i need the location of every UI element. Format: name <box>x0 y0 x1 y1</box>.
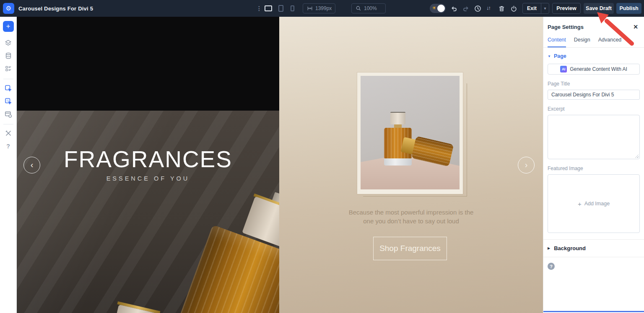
caret-down-icon: ▼ <box>548 54 551 58</box>
zoom-level-value: 100% <box>364 5 377 11</box>
light-dark-toggle[interactable]: ☀ <box>430 4 446 13</box>
page-title-label: Page Title <box>548 81 640 87</box>
sidebar-divider <box>3 79 13 79</box>
preview-button[interactable]: Preview <box>552 3 581 14</box>
product-photo-card <box>357 72 463 194</box>
click-mode-button[interactable] <box>3 95 14 107</box>
tabs-divider <box>543 47 644 48</box>
toggle-knob <box>437 5 445 12</box>
perfume-photo-dark <box>17 111 279 313</box>
perfume-bottle-image <box>158 186 279 313</box>
publish-button[interactable]: Publish <box>616 3 641 14</box>
carousel-slide-dark: FRAGRANCES ESSENCE OF YOU ‹ <box>17 17 279 313</box>
page-title-input[interactable] <box>548 90 640 100</box>
sort-layers-icon[interactable]: ↓↑ <box>486 5 490 11</box>
click-select-icon <box>4 84 12 92</box>
canvas-width-value: 1399px <box>315 5 332 11</box>
excerpt-textarea[interactable] <box>548 115 640 159</box>
layers-panel-button[interactable] <box>3 37 14 49</box>
desktop-view-button[interactable] <box>265 5 272 11</box>
page-title-toolbar: Carousel Designs For Divi 5 <box>18 5 93 12</box>
database-panel-button[interactable] <box>3 50 14 62</box>
featured-image-label: Featured Image <box>548 166 640 171</box>
page-section-label: Page <box>554 53 566 59</box>
list-rows-icon <box>5 65 12 72</box>
background-section-toggle[interactable]: ▶ Background <box>548 240 640 257</box>
slide-subheading: ESSENCE OF YOU <box>17 175 279 182</box>
carousel-slide-light: Because the most powerful impression is … <box>279 17 543 313</box>
tab-design[interactable]: Design <box>574 37 590 47</box>
tools-icon <box>5 129 12 137</box>
click-select-filled-icon <box>4 97 12 105</box>
exit-button-group: Exit ▾ <box>522 3 549 14</box>
layers-icon <box>4 39 12 47</box>
perfume-product-photo <box>361 76 460 189</box>
zoom-level-input[interactable]: 100% <box>351 3 386 13</box>
carousel-prev-button[interactable]: ‹ <box>23 157 40 173</box>
gear-icon: ⚙ <box>6 5 11 12</box>
canvas-width-input[interactable]: 1399px <box>303 3 335 13</box>
layout-gear-icon <box>4 110 12 118</box>
shop-fragrances-button[interactable]: Shop Fragrances <box>373 237 447 260</box>
tab-content[interactable]: Content <box>548 37 566 47</box>
more-options-icon[interactable]: ⋮ <box>256 5 262 12</box>
page-settings-panel: Page Settings ✕ Content Design Advanced … <box>543 17 644 313</box>
plus-icon: + <box>6 22 10 31</box>
perfume-bottle-image <box>65 300 182 313</box>
chevron-left-icon: ‹ <box>31 160 34 169</box>
caret-right-icon: ▶ <box>548 246 550 250</box>
hover-mode-button[interactable] <box>3 82 14 94</box>
layout-settings-button[interactable] <box>3 108 14 120</box>
ai-badge-icon: AI <box>560 66 567 72</box>
add-image-label: Add Image <box>584 201 610 207</box>
history-icon[interactable] <box>474 5 481 12</box>
tagline-line-2: one you don’t have to say out loud <box>279 217 543 225</box>
sun-icon: ☀ <box>432 5 436 11</box>
excerpt-label: Excerpt <box>548 106 640 112</box>
settings-tabs: Content Design Advanced <box>548 37 640 47</box>
exit-button[interactable]: Exit <box>523 5 541 11</box>
carousel-next-button[interactable]: › <box>518 157 535 173</box>
tab-advanced[interactable]: Advanced <box>598 37 622 47</box>
panel-help-button[interactable]: ? <box>548 263 555 270</box>
tagline-line-1: Because the most powerful impression is … <box>279 208 543 217</box>
magnifier-icon <box>356 5 361 11</box>
exit-dropdown-button[interactable]: ▾ <box>541 3 549 13</box>
chevron-right-icon: › <box>525 160 528 169</box>
question-icon: ? <box>6 143 10 150</box>
page-section-toggle[interactable]: ▼ Page <box>548 53 640 59</box>
slide-heading: FRAGRANCES <box>17 146 279 173</box>
add-image-dropzone[interactable]: + Add Image <box>548 174 640 233</box>
section-divider <box>543 257 644 257</box>
builder-settings-button[interactable] <box>3 127 14 139</box>
sidebar-divider <box>3 124 13 124</box>
save-draft-button[interactable]: Save Draft <box>584 3 614 14</box>
slide-tagline: Because the most powerful impression is … <box>279 208 543 225</box>
background-section-label: Background <box>554 245 586 251</box>
panel-resize-handle[interactable] <box>543 311 644 312</box>
database-icon <box>5 52 12 59</box>
panel-title: Page Settings <box>548 24 584 30</box>
help-button[interactable]: ? <box>3 140 14 152</box>
top-toolbar: ⚙ Carousel Designs For Divi 5 ⋮ 1399px 1… <box>0 0 644 17</box>
tablet-view-button[interactable] <box>278 5 283 12</box>
divi-builder-window: ⚙ Carousel Designs For Divi 5 ⋮ 1399px 1… <box>0 0 644 313</box>
add-module-button[interactable]: + <box>3 21 14 32</box>
trash-icon[interactable] <box>498 5 505 12</box>
divi-logo-button[interactable]: ⚙ <box>3 3 14 14</box>
question-icon: ? <box>550 264 553 269</box>
generate-content-ai-button[interactable]: AI Generate Content With AI <box>548 64 640 75</box>
ai-button-label: Generate Content With AI <box>570 66 627 72</box>
builder-left-sidebar: + ? <box>0 17 17 313</box>
close-icon[interactable]: ✕ <box>631 23 640 31</box>
width-arrows-icon <box>307 5 313 11</box>
list-view-button[interactable] <box>3 63 14 75</box>
power-portability-icon[interactable] <box>510 5 517 12</box>
redo-icon[interactable] <box>462 5 470 12</box>
chevron-down-icon: ▾ <box>544 6 546 10</box>
plus-icon: + <box>578 200 582 207</box>
undo-icon[interactable] <box>450 5 457 12</box>
phone-view-button[interactable] <box>291 5 294 11</box>
